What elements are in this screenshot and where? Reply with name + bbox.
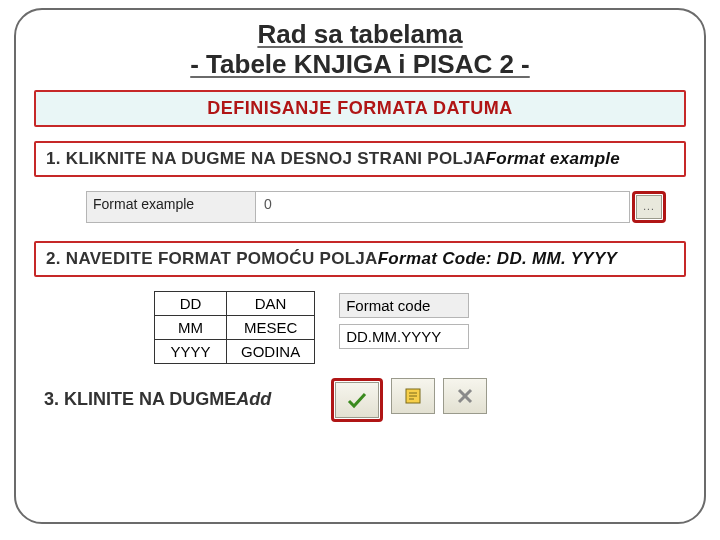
step2-prefix: 2. NAVEDITE FORMAT POMOĆU POLJA (46, 249, 378, 268)
x-icon (456, 387, 474, 405)
slide-title: Rad sa tabelama - Tabele KNJIGA i PISAC … (34, 20, 686, 80)
ellipsis-button-highlight: ... (632, 191, 666, 223)
note-icon (403, 386, 423, 406)
fmt-code-cell: MM (155, 315, 227, 339)
format-example-row: Format example 0 ... (86, 191, 666, 223)
section-header: DEFINISANJE FORMATA DATUMA (46, 98, 674, 119)
add-button[interactable] (335, 382, 379, 418)
add-button-highlight (331, 378, 383, 422)
step1-prefix: 1. KLIKNITE NA DUGME NA DESNOJ STRANI PO… (46, 149, 486, 168)
cancel-button[interactable] (443, 378, 487, 414)
title-line1: Rad sa tabelama (257, 19, 462, 49)
section-header-box: DEFINISANJE FORMATA DATUMA (34, 90, 686, 127)
step2-value: DD. MM. YYYY (492, 249, 617, 268)
format-example-value[interactable]: 0 (256, 191, 630, 223)
note-button[interactable] (391, 378, 435, 414)
fmt-code-cell: DD (155, 291, 227, 315)
step1-box: 1. KLIKNITE NA DUGME NA DESNOJ STRANI PO… (34, 141, 686, 177)
fmt-meaning-cell: GODINA (227, 339, 315, 363)
step2-box: 2. NAVEDITE FORMAT POMOĆU POLJAFormat Co… (34, 241, 686, 277)
format-code-value[interactable]: DD.MM.YYYY (339, 324, 469, 349)
table-row: DD DAN (155, 291, 315, 315)
step3-button-name: Add (236, 389, 271, 409)
check-icon (346, 391, 368, 409)
slide-frame: Rad sa tabelama - Tabele KNJIGA i PISAC … (14, 8, 706, 524)
fmt-meaning-cell: MESEC (227, 315, 315, 339)
fmt-code-cell: YYYY (155, 339, 227, 363)
step3-text: 3. KLINITE NA DUGMEAdd (44, 389, 271, 410)
ellipsis-button[interactable]: ... (636, 195, 662, 219)
button-bar (331, 378, 487, 422)
format-code-label: Format code (339, 293, 469, 318)
table-row: YYYY GODINA (155, 339, 315, 363)
step2-field: Format Code: (378, 249, 492, 268)
format-code-block: Format code DD.MM.YYYY (339, 293, 469, 349)
title-line2: - Tabele KNJIGA i PISAC 2 - (190, 49, 530, 79)
ellipsis-icon: ... (643, 201, 654, 212)
fmt-meaning-cell: DAN (227, 291, 315, 315)
table-row: MM MESEC (155, 315, 315, 339)
format-details-row: DD DAN MM MESEC YYYY GODINA Format code … (154, 291, 686, 364)
step1-text: 1. KLIKNITE NA DUGME NA DESNOJ STRANI PO… (46, 149, 674, 169)
step2-text: 2. NAVEDITE FORMAT POMOĆU POLJAFormat Co… (46, 249, 674, 269)
format-legend-table: DD DAN MM MESEC YYYY GODINA (154, 291, 315, 364)
step3-prefix: 3. KLINITE NA DUGME (44, 389, 236, 409)
format-example-label: Format example (86, 191, 256, 223)
step3-row: 3. KLINITE NA DUGMEAdd (34, 378, 686, 422)
step1-field: Format example (486, 149, 621, 168)
